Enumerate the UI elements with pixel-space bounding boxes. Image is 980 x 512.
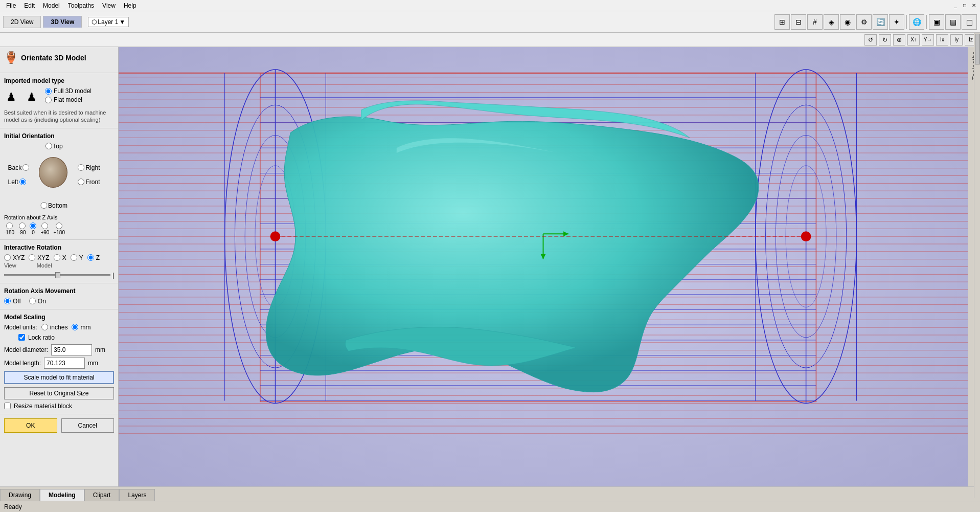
cancel-button[interactable]: Cancel <box>61 418 115 433</box>
full-3d-radio[interactable] <box>45 88 52 95</box>
toolbar-btn-1[interactable]: ⊞ <box>774 14 790 30</box>
slider-end-label: | <box>112 272 114 279</box>
irot-xyz-model-label: XYZ <box>37 254 49 261</box>
model-hint: Best suited when it is desired to machin… <box>4 109 114 124</box>
diameter-unit: mm <box>95 346 105 353</box>
full-3d-label: Full 3D model <box>54 87 92 95</box>
orient-front-label: Front <box>85 179 100 186</box>
irot-y-label: Y <box>79 254 83 261</box>
reset-btn[interactable]: Reset to Original Size <box>4 387 114 399</box>
tab-drawing[interactable]: Drawing <box>0 489 40 501</box>
resize-material-label: Resize material block <box>14 403 72 410</box>
rotz-0[interactable] <box>30 222 36 229</box>
diameter-label: Model diameter: <box>4 346 48 353</box>
rotz-plus90[interactable] <box>41 222 48 229</box>
irot-x-label: X <box>62 254 66 261</box>
irot-x[interactable] <box>54 254 60 261</box>
imported-model-header: Imported model type <box>4 77 114 84</box>
toolbar-btn-9[interactable]: 🌐 <box>909 14 924 30</box>
axis-off-label: Off <box>13 298 21 305</box>
rotation-z-label: Rotation about Z Axis <box>4 214 114 220</box>
tab-layers[interactable]: Layers <box>119 489 155 501</box>
imported-model-section: Imported model type ♟ ♟ Full 3D model Fl… <box>0 73 118 128</box>
menu-help[interactable]: Help <box>120 1 141 10</box>
units-inches-label: inches <box>50 324 68 331</box>
layer-dropdown-icon: ▼ <box>119 18 125 26</box>
rotate-y-btn[interactable]: Y→ <box>922 34 934 46</box>
rotz-plus90-label: +90 <box>40 230 49 235</box>
tab-modeling[interactable]: Modeling <box>40 489 84 501</box>
units-mm-radio[interactable] <box>72 324 78 330</box>
diameter-input[interactable] <box>51 344 92 355</box>
ok-button[interactable]: OK <box>4 418 57 433</box>
orient-top-radio[interactable] <box>45 143 52 149</box>
axis-off-radio[interactable] <box>4 298 11 304</box>
menu-model[interactable]: Model <box>39 1 64 10</box>
orient-right-radio[interactable] <box>78 164 84 171</box>
toolbar-btn-10[interactable]: ▣ <box>929 14 944 30</box>
irot-xyz-view[interactable] <box>4 254 11 261</box>
rotation-slider[interactable] <box>4 274 110 276</box>
axis-on-radio[interactable] <box>29 298 36 304</box>
tab-3d[interactable]: 3D View <box>43 16 82 28</box>
rotate-z2-btn[interactable]: Iy <box>950 34 963 46</box>
toolbar-sep-2 <box>926 15 927 29</box>
bottom-area: Drawing Modeling Clipart Layers Ready <box>0 486 980 512</box>
orient-back-radio[interactable] <box>22 164 29 171</box>
resize-material-checkbox[interactable] <box>4 403 11 409</box>
minimize-btn[interactable]: _ <box>951 2 960 10</box>
toolbar-btn-8[interactable]: ✦ <box>889 14 904 30</box>
irot-xyz-model[interactable] <box>29 254 35 261</box>
toolbar-btn-2[interactable]: ⊟ <box>791 14 806 30</box>
flat-model-radio[interactable] <box>45 97 52 103</box>
orient-bottom-radio[interactable] <box>40 202 47 209</box>
initial-orientation-section: Initial Orientation Top Back <box>0 128 118 240</box>
rotate-z-btn[interactable]: Ix <box>936 34 948 46</box>
rotz-plus180[interactable] <box>56 222 62 229</box>
toolbar-btn-3[interactable]: # <box>807 14 823 30</box>
toolbar-btn-5[interactable]: ◉ <box>840 14 855 30</box>
rotate-x-btn[interactable]: X↑ <box>907 34 920 46</box>
irot-z[interactable] <box>87 254 94 261</box>
panel-title-section: 🏺 Orientate 3D Model <box>0 47 118 73</box>
rotz-minus180[interactable] <box>6 222 13 229</box>
toolbar-btn-11[interactable]: ▤ <box>945 14 961 30</box>
rotation-axis-header: Rotation Axis Movement <box>4 287 114 295</box>
lock-ratio-checkbox[interactable] <box>18 334 25 341</box>
orient-left-radio[interactable] <box>19 179 26 185</box>
rotz-minus180-label: -180 <box>4 230 14 235</box>
toolbar-btn-12[interactable]: ▥ <box>962 14 977 30</box>
orient-front-radio[interactable] <box>78 179 84 185</box>
tab-clipart[interactable]: Clipart <box>84 489 120 501</box>
redo-btn[interactable]: ↻ <box>879 34 891 46</box>
units-inches-radio[interactable] <box>41 324 48 330</box>
rotz-minus90[interactable] <box>19 222 26 229</box>
interactive-rotation-header: Interactive Rotation <box>4 244 114 251</box>
toolbar-btn-6[interactable]: ⚙ <box>856 14 872 30</box>
viewport-3d[interactable] <box>119 47 968 486</box>
layer-selector[interactable]: ⬡ Layer 1 ▼ <box>88 17 129 27</box>
scale-btn[interactable]: Scale model to fit material <box>4 371 114 384</box>
menu-file[interactable]: File <box>2 1 20 10</box>
interactive-rotation-section: Interactive Rotation XYZ XYZ X <box>0 240 118 283</box>
origin-btn[interactable]: ⊕ <box>893 34 905 46</box>
svg-point-85 <box>801 231 811 241</box>
irot-y[interactable] <box>71 254 77 261</box>
length-input[interactable] <box>44 358 85 369</box>
left-panel: 🏺 Orientate 3D Model Imported model type… <box>0 47 119 486</box>
maximize-btn[interactable]: □ <box>961 2 969 10</box>
orient-back-label: Back <box>8 164 22 171</box>
close-btn[interactable]: ✕ <box>970 2 978 10</box>
bottom-tabs: Drawing Modeling Clipart Layers <box>0 486 980 501</box>
toolbar-right-buttons: ⊞ ⊟ # ◈ ◉ ⚙ 🔄 ✦ 🌐 ▣ ▤ ▥ <box>774 14 977 30</box>
layer-label: Layer 1 <box>98 18 118 26</box>
model-scaling-header: Model Scaling <box>4 314 114 321</box>
toolbar-btn-7[interactable]: 🔄 <box>873 14 888 30</box>
menu-toolpaths[interactable]: Toolpaths <box>64 1 98 10</box>
tab-2d[interactable]: 2D View <box>3 16 41 28</box>
undo-btn[interactable]: ↺ <box>864 34 877 46</box>
menu-edit[interactable]: Edit <box>20 1 39 10</box>
toolbar-btn-4[interactable]: ◈ <box>824 14 839 30</box>
orient-right-label: Right <box>85 164 100 171</box>
menu-view[interactable]: View <box>98 1 120 10</box>
